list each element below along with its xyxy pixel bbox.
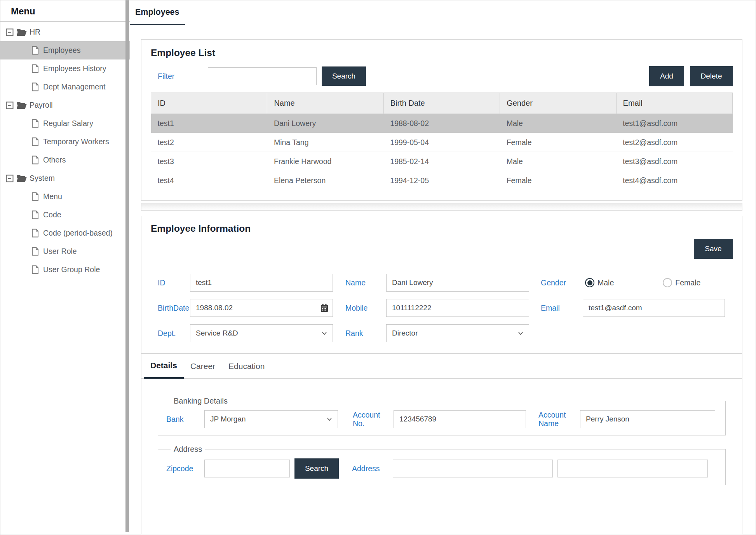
- column-header-birth-date[interactable]: Birth Date: [383, 93, 500, 114]
- cell-birth: 1985-02-14: [383, 152, 500, 171]
- table-row[interactable]: test1 Dani Lowery 1988-08-02 Male test1@…: [151, 114, 733, 133]
- cell-id: test1: [151, 114, 267, 133]
- banking-row: Bank JP Morgan Account No. Account Name: [165, 410, 718, 428]
- sidebar-item-code-period-based[interactable]: Code (period-based): [0, 224, 130, 242]
- sidebar-item-payroll[interactable]: Payroll: [0, 96, 130, 114]
- cell-email: test2@asdf.com: [616, 133, 732, 152]
- cell-gender: Male: [500, 114, 616, 133]
- birthdate-field-wrap: [190, 299, 333, 317]
- tab-employees[interactable]: Employees: [130, 0, 185, 25]
- account-no-field[interactable]: [394, 410, 526, 428]
- column-header-gender[interactable]: Gender: [500, 93, 616, 114]
- mobile-field[interactable]: [386, 299, 529, 317]
- info-row-2: BirthDate Mobile Email: [151, 299, 733, 317]
- sidebar-item-label: Code (period-based): [43, 229, 113, 238]
- cell-id: test4: [151, 171, 267, 190]
- save-button[interactable]: Save: [694, 239, 733, 259]
- table-horizontal-scrollbar[interactable]: [141, 203, 742, 211]
- address-field-2[interactable]: [557, 460, 708, 477]
- collapse-minus-icon[interactable]: [6, 175, 14, 182]
- id-label: ID: [151, 278, 190, 287]
- email-label: Email: [541, 304, 580, 312]
- sidebar-item-employees-history[interactable]: Employees History: [0, 59, 130, 78]
- rank-select[interactable]: Director: [386, 324, 529, 342]
- cell-gender: Male: [500, 152, 616, 171]
- table-row[interactable]: test2 Mina Tang 1999-05-04 Female test2@…: [151, 133, 733, 152]
- chevron-down-icon: [517, 330, 524, 337]
- zipcode-label: Zipcode: [165, 464, 204, 473]
- details-panel: Details Career Education Banking Details…: [141, 353, 742, 534]
- document-icon: [31, 229, 39, 238]
- sidebar-title: Menu: [0, 0, 130, 21]
- sidebar-item-hr[interactable]: HR: [0, 23, 130, 41]
- menu-tree: HR Employees Employees History Dept Mana…: [0, 23, 130, 279]
- table-row[interactable]: test4 Elena Peterson 1994-12-05 Female t…: [151, 171, 733, 190]
- sidebar-item-code[interactable]: Code: [0, 206, 130, 224]
- chevron-down-icon: [321, 330, 328, 337]
- column-header-id[interactable]: ID: [151, 93, 267, 114]
- sidebar-item-label: Payroll: [30, 101, 53, 110]
- column-header-name[interactable]: Name: [267, 93, 383, 114]
- sidebar-item-temporary-workers[interactable]: Temporary Workers: [0, 133, 130, 151]
- gender-male-radio[interactable]: [585, 278, 594, 287]
- address-field-1[interactable]: [393, 460, 553, 477]
- collapse-minus-icon[interactable]: [6, 28, 14, 36]
- sidebar-item-label: Employees History: [43, 64, 106, 73]
- address-row: Zipcode Search Address: [165, 458, 718, 479]
- info-row-1: ID Name Gender Male Female: [151, 274, 733, 292]
- birthdate-field[interactable]: [190, 299, 333, 317]
- rank-select-value: Director: [392, 329, 418, 337]
- rank-label: Rank: [345, 329, 382, 337]
- sidebar-item-dept-management[interactable]: Dept Management: [0, 78, 130, 96]
- cell-email: test3@asdf.com: [616, 152, 732, 171]
- column-header-email[interactable]: Email: [616, 93, 732, 114]
- app-window: Menu HR Employees Employees History Dept…: [0, 0, 756, 535]
- employee-list-panel: Employee List Filter Search Add Delete I…: [141, 39, 742, 201]
- gender-male-label: Male: [597, 278, 614, 287]
- filter-label: Filter: [151, 72, 190, 80]
- folder-open-icon: [16, 28, 27, 36]
- document-icon: [31, 192, 39, 201]
- info-row-3: Dept. Service R&D Rank Director: [151, 324, 733, 342]
- main-area: Employees Employee List Filter Search Ad…: [130, 0, 756, 535]
- name-label: Name: [345, 278, 382, 287]
- table-bottom-spacer: [151, 190, 733, 195]
- sidebar-item-user-group-role[interactable]: User Group Role: [0, 261, 130, 279]
- tab-career[interactable]: Career: [184, 354, 222, 379]
- table-row[interactable]: test3 Frankie Harwood 1985-02-14 Male te…: [151, 152, 733, 171]
- cell-gender: Female: [500, 133, 616, 152]
- name-field[interactable]: [386, 274, 529, 292]
- cell-name: Dani Lowery: [267, 114, 383, 133]
- birthdate-label: BirthDate: [151, 304, 190, 312]
- tab-details[interactable]: Details: [144, 354, 184, 379]
- calendar-icon[interactable]: [320, 303, 329, 313]
- account-name-field[interactable]: [580, 410, 715, 428]
- sidebar-item-label: Regular Salary: [43, 119, 93, 128]
- zipcode-search-button[interactable]: Search: [294, 458, 339, 479]
- sidebar-item-system[interactable]: System: [0, 169, 130, 187]
- address-label: Address: [352, 464, 389, 473]
- list-search-button[interactable]: Search: [322, 66, 366, 86]
- tab-education[interactable]: Education: [222, 354, 271, 379]
- sidebar-item-regular-salary[interactable]: Regular Salary: [0, 114, 130, 133]
- delete-button[interactable]: Delete: [690, 66, 733, 86]
- sidebar-item-menu[interactable]: Menu: [0, 187, 130, 206]
- sidebar-item-employees[interactable]: Employees: [0, 41, 130, 59]
- add-button[interactable]: Add: [649, 66, 684, 86]
- document-icon: [31, 137, 39, 146]
- gender-female-radio[interactable]: [663, 278, 672, 287]
- zipcode-field[interactable]: [204, 460, 290, 477]
- bank-select[interactable]: JP Morgan: [204, 410, 338, 428]
- mobile-label: Mobile: [345, 304, 382, 312]
- dept-select[interactable]: Service R&D: [190, 324, 333, 342]
- sidebar-item-others[interactable]: Others: [0, 151, 130, 169]
- cell-name: Mina Tang: [267, 133, 383, 152]
- sidebar-scrollbar[interactable]: [125, 0, 129, 532]
- sidebar-item-user-role[interactable]: User Role: [0, 242, 130, 261]
- list-controls: Filter Search Add Delete: [151, 66, 733, 86]
- collapse-minus-icon[interactable]: [6, 101, 14, 109]
- email-field[interactable]: [583, 299, 725, 317]
- filter-input[interactable]: [208, 67, 317, 85]
- id-field[interactable]: [190, 274, 333, 292]
- employee-table: ID Name Birth Date Gender Email test1 Da…: [151, 93, 733, 190]
